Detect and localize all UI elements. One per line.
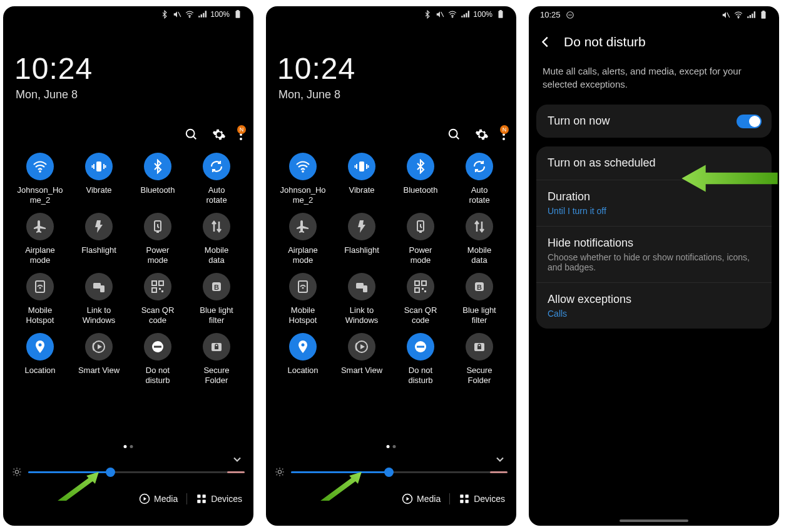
tile-bluelight[interactable]: BBlue lightfilter xyxy=(450,273,509,325)
tile-vibrate[interactable]: Vibrate xyxy=(332,153,391,205)
tile-label: Do notdisturb xyxy=(145,366,170,386)
svg-rect-55 xyxy=(359,161,364,171)
tile-vibrate[interactable]: Vibrate xyxy=(69,153,128,205)
mute-status-icon xyxy=(722,11,730,19)
battery-status-icon xyxy=(496,10,505,19)
svg-rect-64 xyxy=(356,283,364,289)
search-icon[interactable] xyxy=(185,128,198,141)
media-button[interactable]: Media xyxy=(402,493,441,504)
tile-qr[interactable]: Scan QRcode xyxy=(391,273,450,325)
back-icon[interactable] xyxy=(539,35,553,49)
wifi-status-icon xyxy=(734,11,743,19)
svg-point-49 xyxy=(452,16,453,18)
more-icon[interactable]: N xyxy=(503,129,505,140)
tile-secure[interactable]: SecureFolder xyxy=(187,333,246,386)
tile-qr[interactable]: Scan QRcode xyxy=(128,273,187,325)
devices-button[interactable]: Devices xyxy=(196,493,242,504)
tile-bluelight[interactable]: BBlue lightfilter xyxy=(187,273,246,325)
tile-flash[interactable]: Flashlight xyxy=(332,213,391,265)
tile-dnd[interactable]: Do notdisturb xyxy=(391,333,450,386)
tile-mdata[interactable]: Mobiledata xyxy=(187,213,246,265)
tile-plane[interactable]: Airplanemode xyxy=(11,213,69,265)
phone-panel-3: 10:25 Do not disturb Mute all calls, ale… xyxy=(529,6,779,526)
tile-bluetooth[interactable]: Bluetooth xyxy=(128,153,187,205)
tile-label: Blue lightfilter xyxy=(200,305,233,325)
svg-rect-92 xyxy=(466,494,469,498)
media-button[interactable]: Media xyxy=(139,493,178,504)
tile-location[interactable]: Location xyxy=(273,333,332,386)
gear-icon[interactable] xyxy=(212,128,226,141)
tile-dnd[interactable]: Do notdisturb xyxy=(128,333,187,386)
tile-label: Airplanemode xyxy=(288,245,318,265)
turn-on-now-toggle[interactable] xyxy=(737,115,762,128)
tile-secure[interactable]: SecureFolder xyxy=(450,333,509,386)
tile-wifi[interactable]: Johnson_Home_2 xyxy=(11,153,69,205)
svg-rect-79 xyxy=(477,346,481,349)
tile-label: Smart View xyxy=(78,366,120,386)
svg-rect-101 xyxy=(762,11,765,12)
tile-link[interactable]: Link toWindows xyxy=(69,273,128,325)
tile-hotspot[interactable]: MobileHotspot xyxy=(11,273,69,325)
svg-line-88 xyxy=(282,469,283,469)
search-icon[interactable] xyxy=(447,128,461,141)
power-icon xyxy=(150,219,165,234)
tile-power[interactable]: Powermode xyxy=(391,213,450,265)
tile-label: Smart View xyxy=(341,366,382,386)
tile-plane[interactable]: Airplanemode xyxy=(273,213,332,265)
smartview-icon xyxy=(91,339,106,354)
svg-line-37 xyxy=(14,469,14,469)
tile-mdata[interactable]: Mobiledata xyxy=(450,213,509,265)
dnd-icon xyxy=(150,339,165,354)
tile-bluetooth[interactable]: Bluetooth xyxy=(391,153,450,205)
tile-label: Bluetooth xyxy=(141,185,175,205)
devices-button[interactable]: Devices xyxy=(459,493,505,504)
chevron-down-icon[interactable] xyxy=(231,453,243,466)
allow-exceptions-row[interactable]: Allow exceptions Calls xyxy=(536,283,772,329)
plane-icon xyxy=(33,219,48,234)
svg-rect-14 xyxy=(36,281,44,292)
duration-row[interactable]: Duration Until I turn it off xyxy=(536,180,772,227)
svg-rect-77 xyxy=(417,346,424,348)
chevron-down-icon[interactable] xyxy=(494,453,506,466)
turn-on-scheduled-row[interactable]: Turn on as scheduled xyxy=(536,146,772,180)
location-icon xyxy=(295,339,310,354)
svg-rect-44 xyxy=(203,494,206,498)
tile-rotate[interactable]: Autorotate xyxy=(187,153,246,205)
tile-label: Link toWindows xyxy=(345,305,379,325)
tile-hotspot[interactable]: MobileHotspot xyxy=(273,273,332,325)
settings-card: Turn on as scheduled Duration Until I tu… xyxy=(536,146,772,329)
link-icon xyxy=(354,279,369,294)
svg-rect-19 xyxy=(159,281,163,285)
tile-power[interactable]: Powermode xyxy=(128,213,187,265)
secure-icon xyxy=(472,339,487,354)
phone-panel-1: 100% 10:24 Mon, June 8 N Johnson_Home_2V… xyxy=(3,6,253,526)
hide-notifications-row[interactable]: Hide notifications Choose whether to hid… xyxy=(536,227,772,283)
wifi-status-icon xyxy=(185,10,194,19)
flash-icon xyxy=(91,219,106,234)
svg-line-5 xyxy=(193,136,196,140)
svg-point-1 xyxy=(189,16,190,18)
svg-rect-46 xyxy=(203,500,206,503)
signal-status-icon xyxy=(461,10,469,19)
svg-rect-18 xyxy=(152,281,156,285)
tile-smartview[interactable]: Smart View xyxy=(332,333,391,386)
brightness-slider[interactable] xyxy=(12,467,245,477)
tile-smartview[interactable]: Smart View xyxy=(69,333,128,386)
battery-text: 100% xyxy=(210,10,230,19)
tile-wifi[interactable]: Johnson_Home_2 xyxy=(273,153,332,205)
tile-label: Johnson_Home_2 xyxy=(280,185,326,205)
bluetooth-icon xyxy=(150,159,165,174)
turn-on-now-row[interactable]: Turn on now xyxy=(536,105,772,138)
tile-label: Bluetooth xyxy=(404,185,438,205)
quick-tiles-grid-2: Johnson_Home_2VibrateBluetoothAutorotate… xyxy=(271,153,511,386)
tile-link[interactable]: Link toWindows xyxy=(332,273,391,325)
brightness-slider[interactable] xyxy=(275,467,508,477)
power-icon xyxy=(413,219,428,234)
tile-rotate[interactable]: Autorotate xyxy=(450,153,509,205)
tile-location[interactable]: Location xyxy=(11,333,69,386)
svg-point-63 xyxy=(302,287,304,289)
gear-icon[interactable] xyxy=(475,128,489,141)
svg-rect-45 xyxy=(197,500,200,503)
more-icon[interactable]: N xyxy=(240,129,242,140)
tile-flash[interactable]: Flashlight xyxy=(69,213,128,265)
